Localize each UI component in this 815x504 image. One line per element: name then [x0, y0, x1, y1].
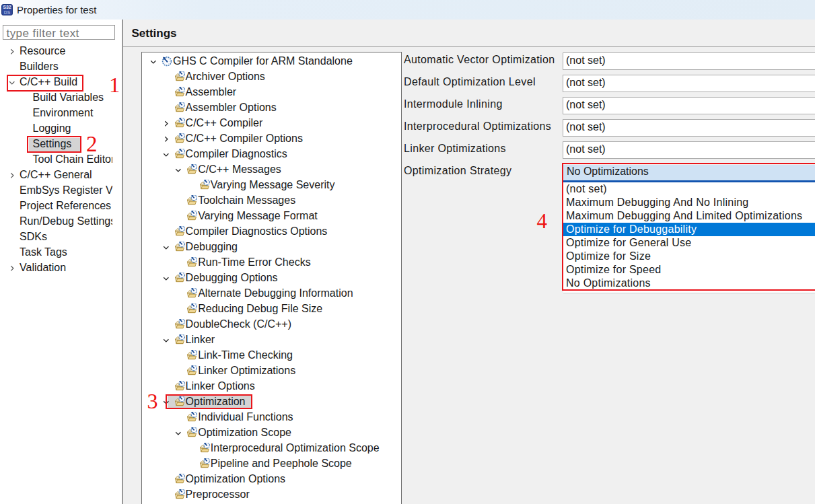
svg-text:S32: S32	[3, 5, 11, 9]
svg-text:DS: DS	[4, 10, 11, 15]
